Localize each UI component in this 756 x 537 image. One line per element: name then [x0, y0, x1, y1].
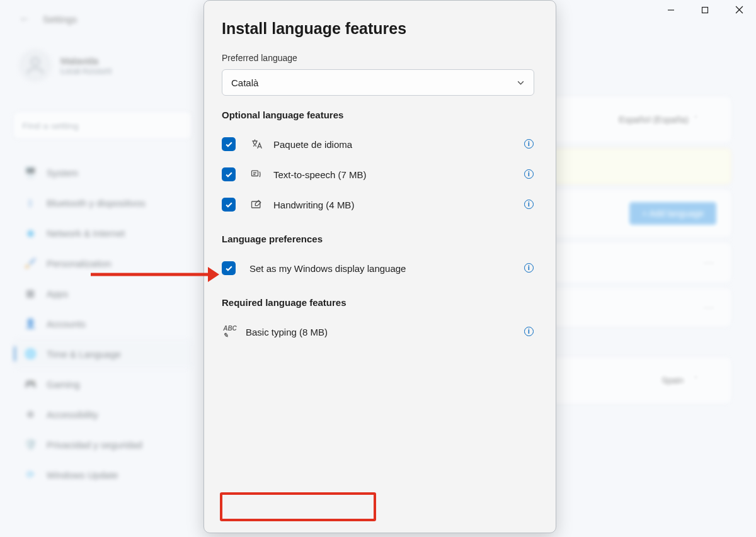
preferred-language-label: Preferred language	[222, 53, 538, 63]
info-icon[interactable]: i	[524, 139, 534, 149]
text-to-speech-icon	[249, 167, 263, 181]
language-pack-icon	[249, 137, 263, 151]
language-preferences-heading: Language preferences	[222, 234, 538, 244]
required-features-heading: Required language features	[222, 297, 538, 308]
option-text-to-speech[interactable]: Text-to-speech (7 MB) i	[222, 159, 538, 189]
dialog-title: Install language features	[222, 20, 538, 38]
handwriting-icon	[249, 198, 263, 212]
chevron-down-icon	[517, 79, 525, 87]
option-basic-typing: ABC✎ Basic typing (8 MB) i	[222, 317, 538, 347]
svg-rect-2	[702, 8, 708, 13]
option-set-display-language[interactable]: Set as my Windows display language i	[222, 253, 538, 283]
close-button[interactable]	[735, 5, 743, 16]
window-controls	[667, 5, 743, 16]
checkbox-checked-icon[interactable]	[222, 198, 236, 212]
checkbox-checked-icon[interactable]	[222, 137, 236, 151]
install-language-dialog: Install language features Preferred lang…	[203, 0, 556, 533]
info-icon[interactable]: i	[524, 200, 534, 210]
optional-features-heading: Optional language features	[222, 110, 538, 120]
option-handwriting[interactable]: Handwriting (4 MB) i	[222, 189, 538, 220]
checkbox-checked-icon[interactable]	[222, 261, 236, 275]
svg-rect-7	[252, 171, 258, 176]
maximize-button[interactable]	[701, 5, 709, 16]
preferred-language-dropdown[interactable]: Català	[222, 69, 534, 96]
minimize-button[interactable]	[667, 5, 675, 16]
info-icon[interactable]: i	[524, 327, 534, 337]
checkbox-checked-icon[interactable]	[222, 167, 236, 181]
option-language-pack[interactable]: Paquete de idioma i	[222, 129, 538, 159]
basic-typing-icon: ABC✎	[223, 325, 237, 339]
info-icon[interactable]: i	[524, 169, 534, 179]
info-icon[interactable]: i	[524, 263, 534, 273]
annotation-highlight	[220, 492, 376, 521]
